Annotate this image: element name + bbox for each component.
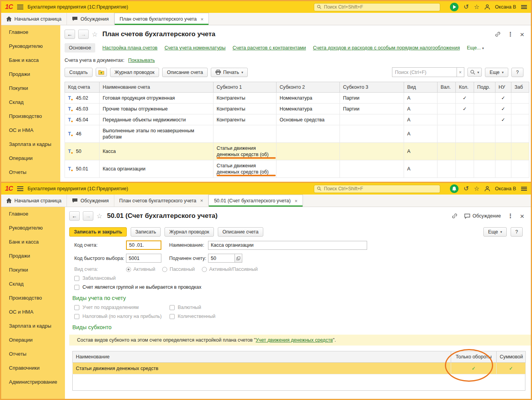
sidebar-item-sklad[interactable]: Склад <box>1 277 65 291</box>
save-and-close-button[interactable]: Записать и закрыть <box>69 227 127 237</box>
sidebar-item-glavnoe[interactable]: Главное <box>1 207 65 221</box>
offbalance-checkbox-row[interactable]: Забалансовый <box>69 275 529 281</box>
tab-account-50-01[interactable]: 50.01 (Счет бухгалтерского учета) × <box>208 195 303 207</box>
col-sum[interactable]: Суммовой <box>497 351 526 363</box>
help-button[interactable]: ? <box>511 68 523 77</box>
col-subconto-name[interactable]: Наименование <box>73 351 451 363</box>
sidebar-item-pokupki[interactable]: Покупки <box>1 263 65 277</box>
user-icon[interactable] <box>485 4 490 10</box>
favorites-star-icon[interactable]: ☆ <box>474 186 479 192</box>
tab-discussions[interactable]: Обсуждения <box>67 13 114 25</box>
favorite-star-icon[interactable]: ☆ <box>92 30 98 39</box>
sidebar-item-bank-kassa[interactable]: Банк и касса <box>1 53 60 67</box>
departments-checkbox-row[interactable]: Учет по подразделениям <box>74 305 166 310</box>
nav-link-income-expense-accounts[interactable]: Счета доходов и расходов с особым порядк… <box>313 45 460 51</box>
start-client-icon[interactable] <box>450 3 458 11</box>
col-sub2[interactable]: Субконто 2 <box>276 82 340 93</box>
sidebar-item-pokupki[interactable]: Покупки <box>1 81 60 95</box>
col-turnover-only[interactable]: Только обороты <box>451 351 497 363</box>
list-search-input[interactable] <box>392 67 457 77</box>
nav-tab-main[interactable]: Основное <box>65 43 95 53</box>
col-vid[interactable]: Вид <box>404 82 438 93</box>
save-button[interactable]: Записать <box>131 227 161 237</box>
global-search[interactable] <box>314 3 440 11</box>
tab-chart-of-accounts[interactable]: План счетов бухгалтерского учета × <box>114 195 209 207</box>
tab-home[interactable]: Начальная страница <box>1 13 67 25</box>
subconto-row[interactable]: Статьи движения денежных средств ✓ ✓ <box>73 363 526 374</box>
table-row[interactable]: Т50.01 Касса организации Статьи движения… <box>65 160 529 178</box>
sidebar-item-spravochniki[interactable]: Справочники <box>1 361 65 375</box>
main-menu-icon[interactable] <box>17 186 23 191</box>
user-icon[interactable] <box>485 186 490 191</box>
table-row[interactable]: Т45.03 Прочие товары отгруженные Контраг… <box>65 104 529 114</box>
get-link-icon[interactable] <box>452 213 458 219</box>
sidebar-item-prodazhi[interactable]: Продажи <box>1 249 65 263</box>
sidebar-item-os-nma[interactable]: ОС и НМА <box>1 123 60 137</box>
sidebar-item-zarplata[interactable]: Зарплата и кадры <box>1 137 60 151</box>
window-menu-icon[interactable] <box>521 5 527 9</box>
nav-link-plan-settings[interactable]: Настройка плана счетов <box>102 45 158 51</box>
close-tab-icon[interactable]: × <box>294 198 298 204</box>
parent-account-input[interactable] <box>208 254 234 263</box>
is-group-checkbox-row[interactable]: Счет является группой и не выбирается в … <box>69 284 529 290</box>
quick-code-input[interactable] <box>126 254 161 263</box>
favorite-star-icon[interactable]: ☆ <box>96 212 102 220</box>
journal-button[interactable]: Журнал проводок <box>110 68 159 77</box>
description-button[interactable]: Описание счета <box>162 68 208 77</box>
radio-active-passive[interactable]: Активный/Пассивный <box>202 267 258 272</box>
more-actions-icon[interactable]: ⋮ <box>508 31 513 38</box>
history-icon[interactable]: ↺ <box>464 4 469 10</box>
more-actions-icon[interactable]: ⋮ <box>508 212 513 219</box>
col-val[interactable]: Вал. <box>438 82 456 93</box>
col-zab[interactable]: Заб <box>511 82 529 93</box>
favorites-star-icon[interactable]: ☆ <box>474 4 479 10</box>
col-name[interactable]: Наименование счета <box>100 82 214 93</box>
name-input[interactable] <box>208 241 367 250</box>
more-button[interactable]: Еще ▾ <box>483 227 507 237</box>
journal-button[interactable]: Журнал проводок <box>164 227 214 237</box>
help-button[interactable]: ? <box>511 227 523 237</box>
sidebar-item-rukovoditelyu[interactable]: Руководителю <box>1 221 65 235</box>
col-sub1[interactable]: Субконто 1 <box>214 82 276 93</box>
discussion-button[interactable]: Обсуждение <box>464 213 501 219</box>
code-input[interactable] <box>126 240 161 250</box>
sidebar-item-otchety[interactable]: Отчеты <box>1 347 65 361</box>
col-sub3[interactable]: Субконто 3 <box>340 82 404 93</box>
global-search-input[interactable] <box>324 4 437 10</box>
sidebar-item-proizvodstvo[interactable]: Производство <box>1 291 65 305</box>
currency-checkbox-row[interactable]: Валютный <box>170 305 201 310</box>
sidebar-item-bank-kassa[interactable]: Банк и касса <box>1 235 65 249</box>
close-tab-icon[interactable]: × <box>200 198 203 204</box>
global-search[interactable] <box>314 185 440 193</box>
sidebar-item-operacii[interactable]: Операции <box>1 333 65 347</box>
col-nu[interactable]: НУ <box>495 82 511 93</box>
close-form-icon[interactable]: × <box>520 212 524 220</box>
quantity-checkbox-row[interactable]: Количественный <box>170 314 215 319</box>
user-name[interactable]: Оксана В <box>495 186 516 191</box>
description-button[interactable]: Описание счета <box>218 227 263 237</box>
tax-checkbox-row[interactable]: Налоговый (по налогу на прибыль) <box>74 314 166 319</box>
cash-flow-settings-link[interactable]: Учет движения денежных средств <box>256 337 333 343</box>
table-row[interactable]: Т45.04 Переданные объекты недвижимости К… <box>65 114 529 125</box>
sidebar-item-os-nma[interactable]: ОС и НМА <box>1 305 65 319</box>
docs-show-link[interactable]: Показывать <box>128 58 155 63</box>
back-button[interactable]: ← <box>65 30 75 39</box>
close-form-icon[interactable]: × <box>520 31 524 38</box>
table-row[interactable]: Т46 Выполненные этапы по незавершенным р… <box>65 125 529 143</box>
forward-button[interactable]: → <box>83 211 93 221</box>
sidebar-item-otchety[interactable]: Отчеты <box>1 165 60 179</box>
nav-more-button[interactable]: Еще... ▾ <box>467 45 484 51</box>
global-search-input[interactable] <box>324 186 437 191</box>
sidebar-item-proizvodstvo[interactable]: Производство <box>1 109 60 123</box>
tab-home[interactable]: Начальная страница <box>1 195 67 207</box>
print-button[interactable]: Печать ▾ <box>211 68 248 77</box>
col-podr[interactable]: Подр. <box>474 82 495 93</box>
clear-search-icon[interactable]: × <box>457 67 464 77</box>
search-options-button[interactable]: ▾ <box>467 68 482 77</box>
open-parent-account-icon[interactable] <box>234 254 242 263</box>
sidebar-item-sklad[interactable]: Склад <box>1 95 60 109</box>
tab-discussions[interactable]: Обсуждения <box>67 195 114 207</box>
nav-link-nomenclature-accounts[interactable]: Счета учета номенклатуры <box>164 45 226 51</box>
table-row[interactable]: Т45.02 Готовая продукция отгруженная Кон… <box>65 93 529 104</box>
close-tab-icon[interactable]: × <box>201 16 204 22</box>
